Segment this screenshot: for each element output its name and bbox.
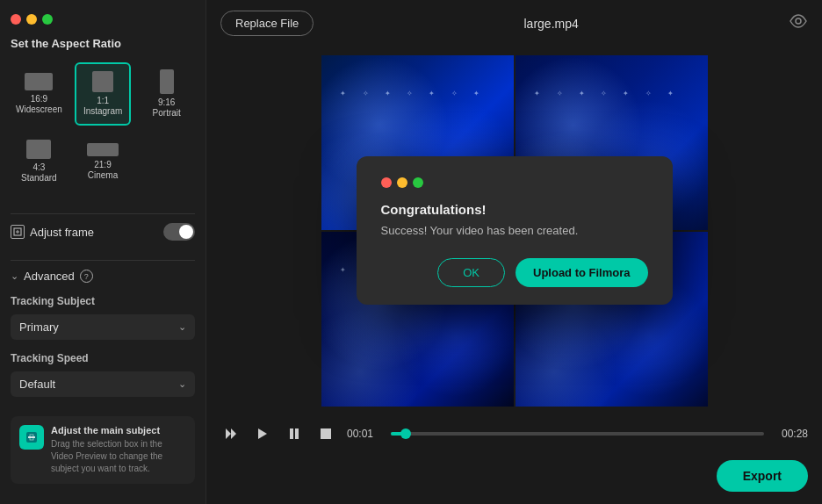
ratio-label-11: 1:1 Instagram — [83, 96, 122, 117]
header: Replace File large.mp4 — [206, 0, 822, 47]
minimize-window-btn[interactable] — [26, 14, 37, 25]
visibility-icon[interactable] — [789, 14, 808, 32]
adjust-frame-toggle[interactable] — [163, 223, 195, 241]
tracking-subject-label: Tracking Subject — [11, 295, 195, 307]
aspect-ratio-grid-row2: 4:3 Standard 21:9 Cinema — [11, 133, 195, 191]
hint-text: Adjust the main subject Drag the selecti… — [51, 425, 186, 475]
svg-marker-9 — [258, 428, 267, 439]
ratio-item-43[interactable]: 4:3 Standard — [11, 133, 68, 191]
pause-button[interactable] — [284, 423, 305, 444]
close-window-btn[interactable] — [11, 14, 21, 25]
export-button[interactable]: Export — [717, 460, 808, 492]
modal-maximize-btn[interactable] — [413, 177, 423, 188]
modal-title: Congratulations! — [381, 202, 648, 217]
hint-icon — [19, 425, 44, 450]
hint-title: Adjust the main subject — [51, 425, 186, 436]
ratio-icon-43 — [26, 140, 51, 159]
ratio-item-219[interactable]: 21:9 Cinema — [75, 133, 132, 191]
modal-overlay: Congratulations! Success! Your video has… — [206, 47, 822, 414]
advanced-label: Advanced — [24, 270, 75, 283]
modal-minimize-btn[interactable] — [397, 177, 407, 188]
sidebar-title: Set the Aspect Ratio — [11, 37, 195, 50]
ratio-label-219: 21:9 Cinema — [88, 160, 118, 181]
modal-traffic-lights — [381, 177, 648, 188]
ratio-item-11[interactable]: 1:1 Instagram — [75, 62, 132, 126]
play-button[interactable] — [252, 423, 273, 444]
modal-close-btn[interactable] — [381, 177, 392, 188]
hint-box: Adjust the main subject Drag the selecti… — [11, 416, 195, 484]
replace-file-button[interactable]: Replace File — [220, 11, 314, 36]
svg-rect-11 — [295, 428, 299, 439]
adjust-frame-text: Adjust frame — [30, 226, 94, 239]
aspect-ratio-grid: 16:9 Widescreen 1:1 Instagram 9:16 Portr… — [11, 62, 195, 126]
success-modal: Congratulations! Success! Your video has… — [357, 156, 673, 305]
ok-button[interactable]: OK — [437, 258, 505, 287]
upload-to-filmora-button[interactable]: Upload to Filmora — [516, 258, 648, 287]
tracking-speed-value: Default — [19, 378, 55, 391]
footer: Export — [206, 453, 822, 504]
end-time: 00:28 — [775, 428, 808, 440]
ratio-icon-169 — [25, 73, 53, 90]
video-area: Congratulations! Success! Your video has… — [206, 47, 822, 414]
tracking-subject-arrow-icon: ⌄ — [178, 321, 186, 333]
svg-marker-7 — [226, 428, 231, 439]
tracking-speed-dropdown[interactable]: Default ⌄ — [11, 371, 195, 397]
svg-rect-12 — [321, 428, 331, 439]
tracking-subject-value: Primary — [19, 320, 59, 334]
tracking-subject-dropdown[interactable]: Primary ⌄ — [11, 314, 195, 340]
progress-thumb — [400, 428, 411, 439]
file-name: large.mp4 — [524, 17, 579, 31]
player-controls: 00:01 00:28 — [206, 414, 822, 453]
ratio-icon-219 — [87, 143, 119, 156]
toggle-knob — [179, 225, 193, 239]
modal-message: Success! Your video has been created. — [381, 224, 648, 237]
current-time: 00:01 — [347, 428, 380, 440]
svg-marker-8 — [231, 428, 236, 439]
adjust-frame-row: Adjust frame — [11, 223, 195, 241]
divider-2 — [11, 260, 195, 261]
hint-description: Drag the selection box in the Video Prev… — [51, 438, 186, 475]
adjust-frame-label: Adjust frame — [11, 225, 94, 239]
svg-rect-4 — [28, 436, 35, 438]
modal-buttons: OK Upload to Filmora — [381, 258, 648, 287]
tracking-speed-label: Tracking Speed — [11, 352, 195, 364]
ratio-label-43: 4:3 Standard — [21, 162, 57, 184]
ratio-label-916: 9:16 Portrait — [153, 97, 181, 119]
tracking-speed-arrow-icon: ⌄ — [178, 378, 186, 390]
ratio-label-169: 16:9 Widescreen — [16, 94, 62, 115]
skip-back-button[interactable] — [220, 423, 242, 444]
ratio-icon-916 — [160, 69, 174, 94]
svg-point-6 — [796, 18, 801, 24]
divider-1 — [11, 213, 195, 214]
adjust-frame-icon — [11, 225, 25, 239]
sidebar: Set the Aspect Ratio 16:9 Widescreen 1:1… — [0, 0, 206, 504]
main-content: Replace File large.mp4 Congra — [206, 0, 822, 504]
advanced-row[interactable]: ⌄ Advanced ? — [11, 270, 195, 283]
ratio-item-169[interactable]: 16:9 Widescreen — [11, 62, 68, 126]
chevron-down-icon: ⌄ — [11, 270, 18, 282]
stop-button[interactable] — [315, 423, 336, 444]
maximize-window-btn[interactable] — [42, 14, 53, 25]
help-icon[interactable]: ? — [80, 270, 93, 283]
progress-bar[interactable] — [391, 432, 764, 436]
ratio-icon-11 — [92, 71, 113, 92]
ratio-item-916[interactable]: 9:16 Portrait — [138, 62, 195, 126]
svg-rect-10 — [290, 428, 293, 439]
